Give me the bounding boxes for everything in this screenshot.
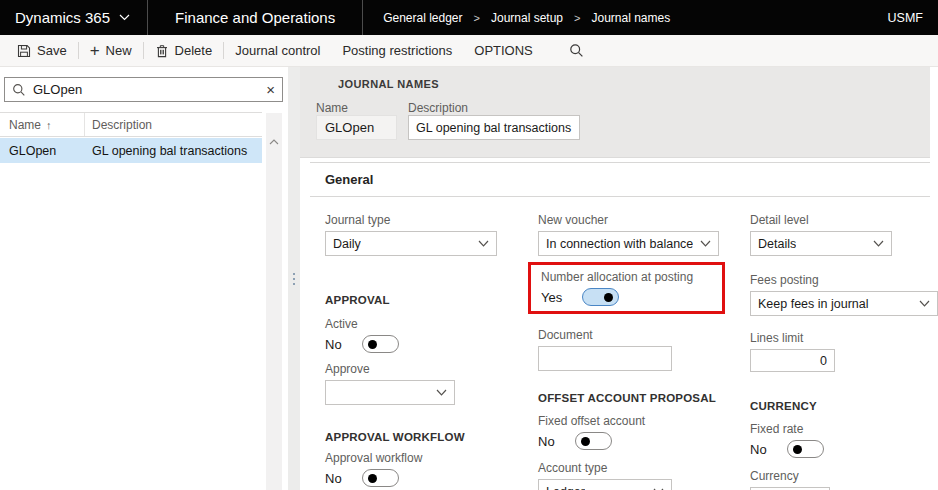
active-toggle-value: No [325, 337, 342, 352]
new-voucher-label: New voucher [538, 213, 735, 227]
save-label: Save [37, 43, 67, 58]
save-button[interactable]: Save [6, 35, 78, 66]
breadcrumb-general-ledger[interactable]: General ledger [383, 11, 462, 25]
approval-workflow-group-header: APPROVAL WORKFLOW [325, 431, 530, 443]
toggle-off-pill [787, 440, 824, 458]
breadcrumb-separator: > [474, 12, 480, 24]
new-label: New [106, 43, 132, 58]
breadcrumb-journal-setup[interactable]: Journal setup [491, 11, 563, 25]
detail-level-label: Detail level [750, 213, 938, 227]
name-column-label: Name [9, 118, 41, 132]
chevron-down-icon [119, 14, 130, 21]
company-selector[interactable]: USMF [888, 11, 923, 25]
approval-workflow-toggle[interactable]: No [325, 469, 530, 487]
chevron-down-icon [436, 389, 447, 396]
general-fasttab-header[interactable]: General [310, 162, 930, 197]
account-type-value: Ledger [546, 485, 585, 490]
lines-limit-input[interactable] [750, 349, 835, 372]
toggle-knob [793, 445, 802, 454]
toolbar-search-button[interactable] [558, 35, 595, 66]
toggle-knob [368, 474, 377, 483]
new-voucher-select[interactable]: In connection with balance [538, 231, 719, 256]
column-header-description[interactable]: Description [85, 113, 262, 136]
search-icon [569, 43, 584, 58]
panel-splitter-handle[interactable] [288, 67, 300, 490]
name-field-value: GLOpen [316, 115, 397, 140]
fixed-offset-account-label: Fixed offset account [538, 414, 735, 428]
approval-group-header: APPROVAL [325, 294, 530, 306]
product-name[interactable]: Finance and Operations [148, 0, 362, 35]
splitter-dot [293, 278, 295, 280]
description-column-label: Description [92, 118, 152, 132]
approval-workflow-label: Approval workflow [325, 451, 530, 465]
detail-level-value: Details [758, 237, 796, 251]
description-field-input[interactable] [408, 115, 580, 140]
toggle-knob [581, 437, 590, 446]
chevron-down-icon [478, 240, 489, 247]
offset-account-proposal-group-header: OFFSET ACCOUNT PROPOSAL [538, 392, 735, 404]
lines-limit-label: Lines limit [750, 331, 938, 345]
delete-label: Delete [175, 43, 213, 58]
name-field-label: Name [316, 101, 348, 115]
action-pane: Save + New Delete Journal control Postin… [0, 35, 938, 67]
fees-posting-label: Fees posting [750, 273, 938, 287]
top-nav-bar: Dynamics 365 Finance and Operations Gene… [0, 0, 938, 35]
chevron-down-icon [873, 240, 884, 247]
save-icon [17, 44, 31, 58]
detail-level-select[interactable]: Details [750, 231, 892, 256]
options-menu[interactable]: OPTIONS [463, 35, 544, 66]
toggle-knob [368, 340, 377, 349]
column-header-name[interactable]: Name ↑ [0, 113, 85, 136]
app-window: Dynamics 365 Finance and Operations Gene… [0, 0, 938, 490]
number-allocation-toggle-value: Yes [541, 290, 562, 305]
toggle-knob [604, 293, 613, 302]
general-column-3: Detail level Details Fees posting Keep f… [750, 205, 938, 490]
chevron-up-icon [269, 139, 279, 145]
document-input[interactable] [538, 346, 672, 371]
journal-name-detail-panel: JOURNAL NAMES Name GLOpen Description Ge… [300, 67, 938, 490]
number-allocation-at-posting-toggle[interactable]: Yes [541, 288, 714, 306]
active-label: Active [325, 317, 530, 331]
journal-type-select[interactable]: Daily [325, 231, 497, 256]
fees-posting-select[interactable]: Keep fees in journal [750, 291, 938, 316]
approve-label: Approve [325, 362, 530, 376]
breadcrumb-journal-names[interactable]: Journal names [591, 11, 670, 25]
list-scrollbar[interactable] [266, 113, 282, 490]
list-row-glopen[interactable]: GLOpen GL opening bal transactions [0, 138, 262, 163]
chevron-down-icon [700, 240, 711, 247]
active-toggle[interactable]: No [325, 335, 530, 353]
detail-header: JOURNAL NAMES Name GLOpen Description [300, 67, 930, 158]
toggle-off-pill [362, 469, 399, 487]
fixed-offset-account-toggle[interactable]: No [538, 432, 735, 450]
new-voucher-value: In connection with balance [546, 237, 693, 251]
fees-posting-value: Keep fees in journal [758, 297, 869, 311]
app-name: Dynamics 365 [15, 9, 110, 26]
journal-control-button[interactable]: Journal control [224, 35, 331, 66]
toggle-off-pill [362, 335, 399, 353]
journal-type-label: Journal type [325, 213, 530, 227]
search-icon [12, 83, 26, 97]
fixed-rate-label: Fixed rate [750, 422, 938, 436]
quick-filter-input[interactable] [33, 82, 259, 97]
document-label: Document [538, 328, 735, 342]
account-type-select[interactable]: Ledger [538, 479, 672, 490]
currency-label: Currency [750, 469, 938, 483]
page-title: JOURNAL NAMES [338, 78, 439, 90]
number-allocation-at-posting-label: Number allocation at posting [541, 270, 714, 284]
fixed-rate-toggle[interactable]: No [750, 440, 938, 458]
clear-filter-icon[interactable]: × [266, 82, 275, 97]
breadcrumb: General ledger > Journal setup > Journal… [383, 11, 670, 25]
row-description-cell: GL opening bal transactions [85, 144, 262, 158]
row-name-cell: GLOpen [0, 144, 85, 158]
breadcrumb-separator: > [574, 12, 580, 24]
plus-icon: + [90, 42, 100, 59]
dynamics-365-menu[interactable]: Dynamics 365 [0, 0, 147, 35]
posting-restrictions-button[interactable]: Posting restrictions [331, 35, 463, 66]
approve-select[interactable] [325, 380, 455, 405]
delete-button[interactable]: Delete [144, 35, 224, 66]
new-button[interactable]: + New [79, 35, 143, 66]
chevron-down-icon [919, 300, 930, 307]
general-column-1: Journal type Daily APPROVAL Active No Ap… [325, 205, 530, 487]
splitter-dot [293, 283, 295, 285]
toggle-on-pill [582, 288, 619, 306]
